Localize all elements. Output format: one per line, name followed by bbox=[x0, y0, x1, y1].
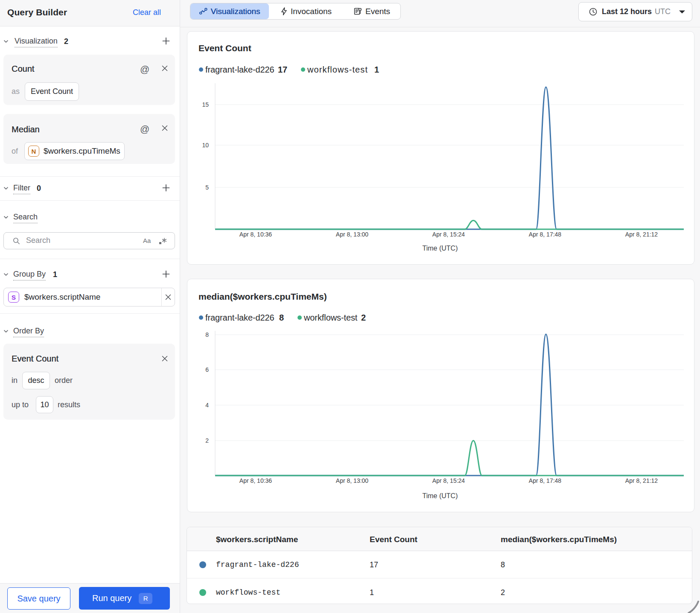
svg-text:Time (UTC): Time (UTC) bbox=[423, 245, 458, 252]
svg-text:Apr 8, 13:00: Apr 8, 13:00 bbox=[336, 231, 368, 238]
svg-text:Apr 8, 17:48: Apr 8, 17:48 bbox=[529, 231, 561, 238]
svg-text:8: 8 bbox=[205, 331, 209, 338]
svg-text:10: 10 bbox=[202, 142, 209, 149]
svg-text:4: 4 bbox=[205, 402, 209, 409]
svg-text:Apr 8, 10:36: Apr 8, 10:36 bbox=[239, 231, 272, 238]
svg-text:5: 5 bbox=[205, 184, 209, 191]
svg-text:Time (UTC): Time (UTC) bbox=[423, 492, 458, 499]
svg-text:2: 2 bbox=[205, 437, 209, 444]
svg-text:15: 15 bbox=[202, 101, 209, 108]
svg-text:Apr 8, 21:12: Apr 8, 21:12 bbox=[625, 477, 658, 484]
svg-text:Apr 8, 10:36: Apr 8, 10:36 bbox=[239, 477, 272, 484]
svg-text:Apr 8, 21:12: Apr 8, 21:12 bbox=[625, 231, 658, 238]
svg-text:6: 6 bbox=[205, 366, 209, 373]
svg-text:Apr 8, 13:00: Apr 8, 13:00 bbox=[336, 477, 368, 484]
svg-text:Apr 8, 17:48: Apr 8, 17:48 bbox=[529, 477, 561, 484]
svg-text:Apr 8, 15:24: Apr 8, 15:24 bbox=[432, 231, 465, 238]
svg-text:Apr 8, 15:24: Apr 8, 15:24 bbox=[432, 477, 465, 484]
